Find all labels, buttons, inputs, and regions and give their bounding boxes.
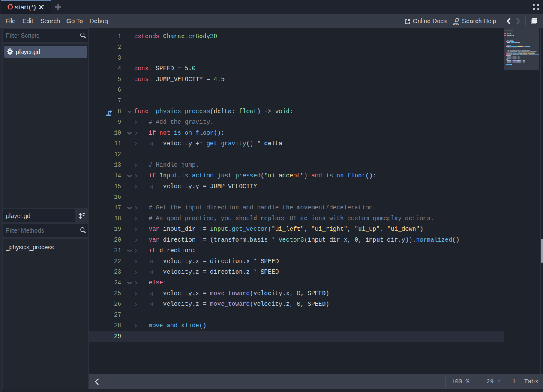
svg-text:DOC: DOC — [453, 22, 459, 25]
